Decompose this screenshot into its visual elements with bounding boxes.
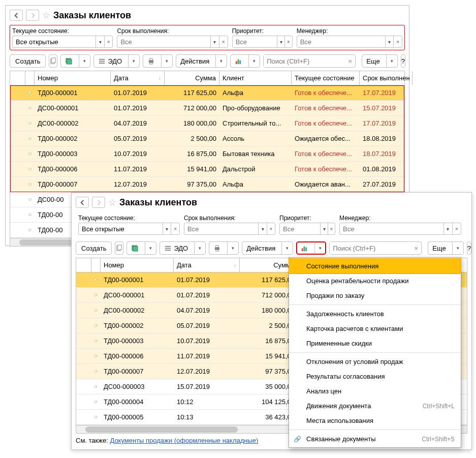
filter-due-combo[interactable]: ▾ × [184,223,275,235]
table-row[interactable]: ТД00-00000611.07.201915 941,00ДальстройГ… [10,162,404,177]
filter-manager: Менеджер: ▾ × [297,27,402,48]
filter-state-input[interactable] [13,36,96,47]
dropdown-icon[interactable]: ▾ [96,36,104,47]
svg-rect-12 [240,60,241,64]
filter-state-combo[interactable]: ▾ × [12,36,113,48]
favorite-star-icon[interactable]: ☆ [42,10,50,21]
filter-manager-input[interactable] [297,36,385,47]
filter-priority: Приоритет: ▾ × [279,215,335,235]
filter-priority-input[interactable] [280,223,320,234]
clear-icon[interactable]: × [411,242,421,251]
actions-button-label: Действия [246,245,275,252]
table-row[interactable]: ДС00-00000204.07.2019180 000,00Строитель… [10,116,404,131]
status-button[interactable]: ▾ [126,241,156,251]
row-marker [10,207,25,222]
search-input[interactable] [264,55,345,67]
reports-button[interactable]: ▾ [230,54,260,68]
more-button[interactable]: Еще ▾ [362,54,397,68]
cell-client: Бытовая техника [219,146,292,161]
filter-priority-combo[interactable]: ▾ × [279,223,335,235]
table-row[interactable]: ДС00-00000101.07.2019712 000,00Про-обору… [10,101,404,116]
col-number[interactable]: Номер [35,71,111,85]
table-row[interactable]: ТД00-00000101.07.2019117 625,00АльфаГото… [10,85,404,101]
filter-priority-input[interactable] [233,36,277,47]
dropdown-icon[interactable]: ▾ [320,223,327,234]
row-marker [10,131,25,146]
print-button[interactable]: ▾ [143,54,173,68]
edo-button[interactable]: ЭДО ▾ [160,241,206,251]
clear-icon[interactable]: × [345,55,355,67]
clear-icon[interactable]: × [171,223,179,234]
reports-button[interactable]: ▾ [296,241,326,251]
favorite-star-icon[interactable]: ☆ [108,197,116,208]
filter-due-input[interactable] [117,36,210,47]
filter-due-input[interactable] [184,223,258,234]
filter-state: Текущее состояние: ▾ × [78,215,180,235]
nav-back-button[interactable] [10,10,23,21]
col-client[interactable]: Клиент [219,71,292,85]
cell-date: 01.07.2019 [111,85,165,100]
create-button[interactable]: Создать [76,241,112,251]
more-button[interactable]: Еще ▾ [428,241,463,251]
edo-button[interactable]: ЭДО ▾ [93,54,140,68]
filter-priority-combo[interactable]: ▾ × [232,36,293,48]
dropdown-icon[interactable]: ▾ [385,36,394,47]
clear-icon[interactable]: × [284,36,292,47]
col-due[interactable]: Срок выполнен [360,71,412,85]
table-row[interactable]: ТД00-00000712.07.201997 375,00АльфаОжида… [10,177,404,192]
table-row[interactable]: ТД00-00000310.07.201916 875,00Бытовая те… [10,146,404,162]
filter-state-input[interactable] [79,223,163,234]
filter-manager-label: Менеджер: [339,215,461,222]
clear-icon[interactable]: × [452,223,461,234]
col-sum[interactable]: Сумма [165,71,219,85]
doc-icon [25,223,35,237]
clear-icon[interactable]: × [219,36,228,47]
clear-icon[interactable]: × [393,36,402,47]
filter-manager-combo[interactable]: ▾ × [339,223,461,235]
help-button-label: ? [467,245,471,252]
cell-sum: 180 000,00 [165,116,219,131]
clear-icon[interactable]: × [267,223,275,234]
filter-manager-combo[interactable]: ▾ × [297,36,402,48]
cell-number: ДС00-000002 [35,116,111,131]
nav-back-button[interactable] [76,197,89,208]
col-state[interactable]: Текущее состояние [292,71,360,85]
search-input[interactable] [330,242,411,251]
status-icon [131,245,139,252]
create-button[interactable]: Создать [10,54,46,68]
search-box[interactable]: × [329,241,422,251]
actions-button[interactable]: Действия ▾ [176,54,227,68]
svg-rect-27 [165,246,171,247]
search-box[interactable]: × [263,54,356,68]
nav-forward-button[interactable] [26,10,39,21]
dropdown-icon[interactable]: ▾ [258,223,266,234]
col-date[interactable]: Дата↓ [111,71,165,85]
dropdown-icon[interactable]: ▾ [210,36,219,47]
dropdown-icon[interactable]: ▾ [163,223,171,234]
help-button[interactable]: ? [401,54,405,68]
col-marker [10,71,25,85]
actions-button[interactable]: Действия ▾ [242,241,293,251]
dropdown-icon[interactable]: ▾ [443,223,452,234]
copy-button[interactable] [49,54,57,68]
table-row[interactable]: ТД00-00000205.07.20192 500,00АссольОжида… [10,131,404,146]
cell-due: 27.07.2019 [360,177,412,192]
filter-due-combo[interactable]: ▾ × [117,36,228,48]
svg-rect-32 [216,250,219,251]
doc-icon [25,131,35,146]
clear-icon[interactable]: × [328,223,335,234]
copy-button[interactable] [115,241,123,251]
filter-manager-input[interactable] [340,223,443,234]
filter-state-combo[interactable]: ▾ × [78,223,180,235]
nav-forward-button[interactable] [92,197,105,208]
status-button[interactable]: ▾ [60,54,90,68]
help-button-label: ? [401,57,405,65]
cell-client: Про-оборудование [219,101,292,115]
print-button[interactable]: ▾ [209,241,239,251]
clear-icon[interactable]: × [104,36,113,47]
help-button[interactable]: ? [467,241,471,251]
doc-icon [25,177,35,192]
cell-sum: 97 375,00 [165,177,219,192]
page-title: Заказы клиентов [119,197,197,208]
dropdown-icon[interactable]: ▾ [277,36,284,47]
